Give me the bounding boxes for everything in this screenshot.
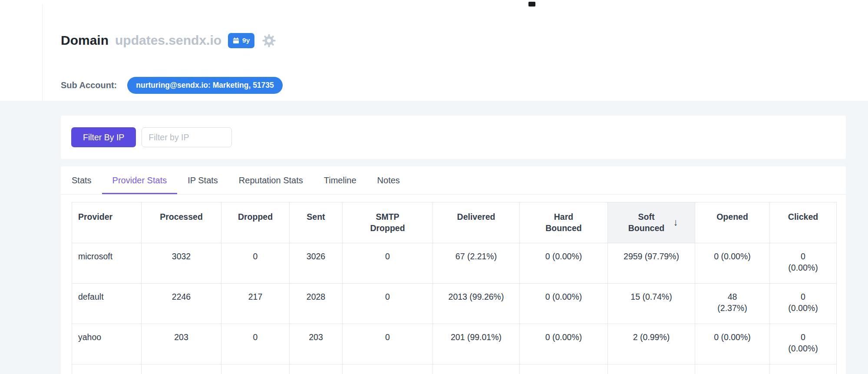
- table-row: yahoo 203 0 203 0 201 (99.01%) 0 (0.00%)…: [72, 324, 837, 364]
- tab-stats[interactable]: Stats: [72, 175, 102, 194]
- cell-sent: 203: [290, 324, 343, 364]
- cell-processed: 1: [142, 364, 221, 374]
- tab-ip-stats[interactable]: IP Stats: [177, 175, 228, 194]
- col-header-processed[interactable]: Processed: [142, 202, 221, 243]
- cell-smtp-dropped: 0: [343, 243, 433, 284]
- table-row: default 2246 217 2028 0 2013 (99.26%) 0 …: [72, 284, 837, 324]
- page-title: Domain: [61, 33, 109, 48]
- col-header-provider[interactable]: Provider: [72, 202, 142, 243]
- provider-stats-table-wrap: Provider Processed Dropped Sent SMTP Dro…: [72, 202, 836, 374]
- col-header-delivered[interactable]: Delivered: [433, 202, 520, 243]
- cell-smtp-dropped: 0: [343, 324, 433, 364]
- cell-clicked: 0 (0.00%): [770, 284, 837, 324]
- cell-delivered: 0 (0.00%): [433, 364, 520, 374]
- cell-dropped: 0: [221, 243, 290, 284]
- gear-icon[interactable]: [262, 33, 276, 48]
- col-header-dropped[interactable]: Dropped: [221, 202, 290, 243]
- cell-dropped: 217: [221, 284, 290, 324]
- cell-soft-bounced: 2 (0.99%): [608, 324, 695, 364]
- cell-provider: att: [72, 364, 142, 374]
- cell-delivered: 67 (2.21%): [433, 243, 520, 284]
- filter-ip-input[interactable]: [142, 127, 232, 147]
- cell-sent: 1: [290, 364, 343, 374]
- cell-smtp-dropped: 0: [343, 364, 433, 374]
- table-header-row: Provider Processed Dropped Sent SMTP Dro…: [72, 202, 837, 243]
- sub-account-row: Sub Account: nurturing@sendx.io: Marketi…: [61, 76, 283, 94]
- cell-delivered: 201 (99.01%): [433, 324, 520, 364]
- stats-card: Stats Provider Stats IP Stats Reputation…: [61, 166, 846, 374]
- domain-name: updates.sendx.io: [115, 33, 221, 48]
- cell-sent: 2028: [290, 284, 343, 324]
- browser-artifact: [528, 2, 535, 7]
- table-row: att 1 0 1 0 0 (0.00%) 0 (0.00%) 1 (100.0…: [72, 364, 837, 374]
- cell-processed: 3032: [142, 243, 221, 284]
- domain-age-label: 9y: [242, 36, 250, 44]
- page-header: Domain updates.sendx.io 9y: [61, 31, 276, 50]
- cell-smtp-dropped: 0: [343, 284, 433, 324]
- tab-notes[interactable]: Notes: [367, 175, 410, 194]
- filter-by-ip-button[interactable]: Filter By IP: [71, 127, 136, 147]
- provider-stats-table: Provider Processed Dropped Sent SMTP Dro…: [72, 202, 837, 374]
- cell-provider: microsoft: [72, 243, 142, 284]
- cell-dropped: 0: [221, 324, 290, 364]
- col-header-opened[interactable]: Opened: [695, 202, 770, 243]
- col-header-soft-bounced[interactable]: Soft Bounced ↓: [608, 202, 695, 243]
- cell-opened: 0 (0.00%): [695, 243, 770, 284]
- calendar-icon: [233, 37, 239, 44]
- cell-hard-bounced: 0 (0.00%): [520, 243, 608, 284]
- col-header-smtp-dropped[interactable]: SMTP Dropped: [343, 202, 433, 243]
- cell-clicked: 0 (0.00%): [770, 324, 837, 364]
- sub-account-label: Sub Account:: [61, 80, 117, 90]
- cell-dropped: 0: [221, 364, 290, 374]
- content-left-divider: [42, 4, 43, 101]
- col-header-hard-bounced[interactable]: Hard Bounced: [520, 202, 608, 243]
- cell-hard-bounced: 0 (0.00%): [520, 364, 608, 374]
- table-row: microsoft 3032 0 3026 0 67 (2.21%) 0 (0.…: [72, 243, 837, 284]
- tab-bar: Stats Provider Stats IP Stats Reputation…: [61, 166, 846, 195]
- cell-opened: 48 (2.37%): [695, 284, 770, 324]
- sub-account-pill[interactable]: nurturing@sendx.io: Marketing, 51735: [127, 77, 283, 94]
- cell-delivered: 2013 (99.26%): [433, 284, 520, 324]
- tab-provider-stats[interactable]: Provider Stats: [102, 175, 178, 194]
- tab-reputation-stats[interactable]: Reputation Stats: [228, 175, 314, 194]
- cell-processed: 203: [142, 324, 221, 364]
- cell-soft-bounced: 15 (0.74%): [608, 284, 695, 324]
- cell-opened: 0 (0.00%): [695, 364, 770, 374]
- cell-clicked: 0 (0.00%): [770, 364, 837, 374]
- cell-soft-bounced: 1 (100.00%): [608, 364, 695, 374]
- filter-card: Filter By IP: [61, 116, 846, 159]
- cell-sent: 3026: [290, 243, 343, 284]
- col-header-clicked[interactable]: Clicked: [770, 202, 837, 243]
- tab-timeline[interactable]: Timeline: [314, 175, 367, 194]
- domain-age-badge: 9y: [228, 33, 254, 48]
- cell-provider: yahoo: [72, 324, 142, 364]
- cell-clicked: 0 (0.00%): [770, 243, 837, 284]
- cell-hard-bounced: 0 (0.00%): [520, 284, 608, 324]
- cell-hard-bounced: 0 (0.00%): [520, 324, 608, 364]
- cell-provider: default: [72, 284, 142, 324]
- cell-processed: 2246: [142, 284, 221, 324]
- col-header-sent[interactable]: Sent: [290, 202, 343, 243]
- cell-opened: 0 (0.00%): [695, 324, 770, 364]
- arrow-down-icon: ↓: [673, 216, 678, 229]
- cell-soft-bounced: 2959 (97.79%): [608, 243, 695, 284]
